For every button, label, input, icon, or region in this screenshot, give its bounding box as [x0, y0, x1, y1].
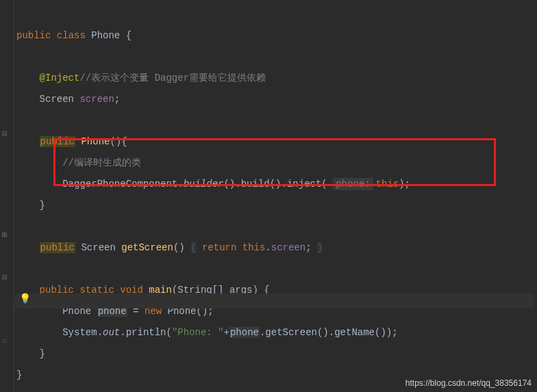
brace-open-folded: { — [190, 242, 196, 253]
watermark: https://blog.csdn.net/qq_38356174 — [405, 378, 532, 388]
end-icon: ⌂ — [2, 337, 10, 345]
keyword-public-highlighted: public — [40, 242, 75, 253]
brace-close: } — [40, 348, 45, 359]
parens: () — [173, 242, 185, 253]
dot: . — [177, 179, 183, 190]
field-screen: screen — [271, 242, 305, 253]
method-inject: inject — [287, 179, 321, 190]
keyword-class: class — [57, 30, 86, 41]
comment: //表示这个变量 Dagger需要给它提供依赖 — [79, 73, 266, 83]
class-name: Phone — [91, 30, 120, 41]
keyword-public-highlighted: public — [40, 136, 75, 147]
semicolon: ; — [114, 94, 120, 105]
string-literal: "Phone: " — [172, 327, 224, 338]
class-ref: DaggerPhoneComponent — [62, 179, 177, 190]
comment: //编译时生成的类 — [62, 157, 141, 168]
method-getscreen-call: getScreen — [265, 327, 317, 338]
return-type: Screen — [81, 242, 115, 253]
dot: . — [265, 242, 271, 253]
brace-close: } — [16, 369, 22, 380]
annotation-inject: @Inject — [40, 73, 80, 83]
method-getname-call: getName — [334, 327, 375, 338]
paren-open: ( — [166, 327, 171, 338]
keyword-public: public — [16, 30, 51, 41]
current-line-highlight — [15, 293, 534, 309]
method-builder: builder — [184, 179, 224, 190]
code-editor[interactable]: public class Phone { @Inject//表示这个变量 Dag… — [0, 0, 537, 386]
intention-bulb-icon[interactable]: 💡 — [19, 293, 31, 304]
var-phone: phone — [229, 327, 260, 338]
keyword-return: return — [202, 242, 236, 253]
method-getscreen: getScreen — [121, 242, 173, 253]
type-screen: Screen — [40, 94, 74, 105]
plus: + — [224, 327, 229, 338]
paren-close: ); — [399, 179, 410, 190]
brace-close-folded: } — [317, 242, 323, 253]
field-out: out — [103, 327, 120, 338]
brace-close: } — [40, 200, 45, 211]
paren-brace: (){ — [110, 136, 127, 147]
method-println: println — [126, 327, 166, 338]
collapse-icon[interactable]: ⊟ — [2, 274, 10, 282]
call: (). — [270, 179, 287, 190]
keyword-this: this — [242, 242, 266, 253]
constructor-name: Phone — [81, 136, 110, 147]
call: (). — [317, 327, 334, 338]
call-end: ()); — [375, 327, 398, 338]
paren-open: ( — [321, 179, 327, 190]
method-build: build — [241, 179, 270, 190]
keyword-this: this — [376, 179, 399, 190]
gutter: ⊟ ⊞ ⊟ ⌂ — [0, 0, 14, 392]
brace-open: { — [126, 30, 132, 41]
dot: . — [120, 327, 125, 338]
semicolon: ; — [305, 242, 311, 253]
collapse-icon[interactable]: ⊟ — [2, 130, 10, 138]
class-system: System — [62, 327, 97, 338]
call: (). — [223, 179, 240, 190]
dot: . — [97, 327, 103, 338]
expand-icon[interactable]: ⊞ — [2, 231, 10, 239]
field-screen: screen — [79, 94, 114, 105]
param-hint: phone: — [333, 178, 373, 190]
